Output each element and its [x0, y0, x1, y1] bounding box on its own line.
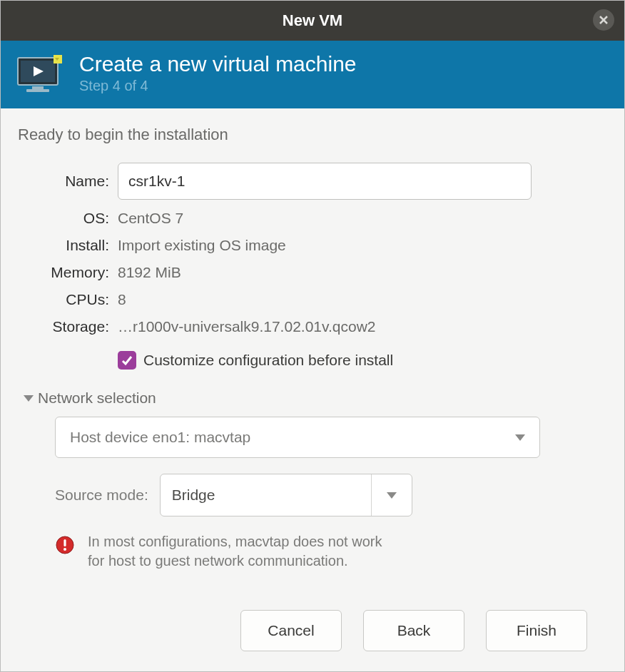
chevron-down-icon [387, 492, 397, 499]
os-label: OS: [24, 210, 109, 227]
network-device-value: Host device eno1: macvtap [70, 429, 250, 446]
storage-label: Storage: [24, 318, 109, 335]
footer: Cancel Back Finish [18, 591, 607, 671]
name-cell [118, 163, 607, 200]
wizard-banner: Create a new virtual machine Step 4 of 4 [1, 41, 624, 108]
source-mode-label: Source mode: [55, 487, 148, 504]
new-vm-dialog: New VM Create a new virtual machine Step… [0, 0, 625, 672]
install-value: Import existing OS image [118, 237, 607, 254]
cpus-label: CPUs: [24, 291, 109, 308]
source-mode-row: Source mode: Bridge [55, 474, 607, 516]
os-value: CentOS 7 [118, 210, 607, 227]
network-expander[interactable]: Network selection [24, 390, 607, 407]
memory-value: 8192 MiB [118, 264, 607, 281]
warning-row: In most configurations, macvtap does not… [55, 532, 607, 571]
cancel-button[interactable]: Cancel [240, 610, 342, 651]
customize-row: Customize configuration before install [118, 351, 607, 370]
banner-step: Step 4 of 4 [79, 78, 357, 94]
svg-rect-6 [26, 89, 49, 92]
source-mode-value: Bridge [161, 474, 372, 516]
memory-label: Memory: [24, 264, 109, 281]
svg-rect-10 [63, 539, 66, 546]
titlebar: New VM [1, 1, 624, 41]
content-area: Ready to begin the installation Name: OS… [1, 108, 624, 671]
banner-heading: Create a new virtual machine [79, 52, 357, 76]
window-title: New VM [283, 11, 342, 30]
name-label: Name: [24, 173, 109, 190]
chevron-down-icon [24, 395, 34, 402]
spacer [18, 571, 607, 591]
network-device-combo[interactable]: Host device eno1: macvtap [55, 417, 540, 458]
svg-point-11 [63, 548, 66, 551]
warning-icon [55, 535, 75, 555]
summary-grid: Name: OS: CentOS 7 Install: Import exist… [24, 163, 607, 335]
network-device-row: Host device eno1: macvtap [55, 417, 540, 458]
banner-text: Create a new virtual machine Step 4 of 4 [79, 52, 357, 94]
warning-text: In most configurations, macvtap does not… [88, 532, 387, 571]
name-input[interactable] [118, 163, 532, 200]
storage-value: …r1000v-universalk9.17.02.01v.qcow2 [118, 318, 607, 335]
subheading: Ready to begin the installation [18, 126, 607, 144]
checkmark-icon [121, 354, 133, 367]
source-mode-dropdown-button[interactable] [372, 474, 412, 516]
close-icon [599, 15, 609, 25]
vm-icon [15, 54, 65, 93]
install-label: Install: [24, 237, 109, 254]
customize-label[interactable]: Customize configuration before install [143, 352, 393, 369]
source-mode-combo[interactable]: Bridge [160, 474, 412, 516]
back-button[interactable]: Back [363, 610, 464, 651]
svg-rect-5 [32, 86, 44, 89]
cpus-value: 8 [118, 291, 607, 308]
customize-checkbox[interactable] [118, 351, 136, 370]
chevron-down-icon [515, 434, 525, 441]
close-button[interactable] [593, 9, 614, 31]
network-title: Network selection [38, 390, 156, 407]
finish-button[interactable]: Finish [486, 610, 587, 651]
